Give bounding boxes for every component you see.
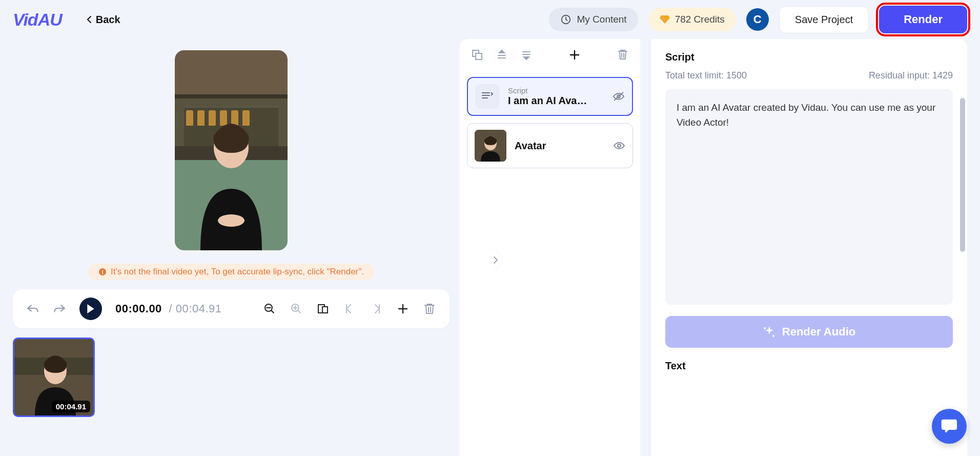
avatar-layer-card[interactable]: Avatar bbox=[467, 123, 633, 168]
back-label: Back bbox=[96, 14, 120, 26]
timeline-time: 00:00.00 / 00:04.91 bbox=[115, 302, 221, 315]
chevron-left-icon bbox=[87, 16, 92, 23]
app-header: VidAU Back My Content 782 Credits C Save… bbox=[0, 0, 980, 39]
scrollbar[interactable] bbox=[960, 98, 965, 252]
script-panel: Script Total text limit: 1500 Residual i… bbox=[650, 39, 967, 456]
residual-label: Residual input: 1429 bbox=[869, 70, 953, 81]
credits-button[interactable]: 782 Credits bbox=[648, 8, 736, 31]
svg-point-2 bbox=[218, 214, 244, 227]
play-button[interactable] bbox=[79, 298, 102, 320]
script-limits: Total text limit: 1500 Residual input: 1… bbox=[651, 70, 967, 89]
render-notice: i It's not the final video yet, To get a… bbox=[88, 264, 374, 280]
svg-point-17 bbox=[618, 144, 621, 147]
render-button[interactable]: Render bbox=[879, 6, 967, 33]
duplicate-layer-button[interactable] bbox=[471, 49, 483, 61]
chevron-right-icon bbox=[493, 256, 498, 264]
diamond-icon bbox=[660, 15, 670, 24]
script-heading: Script bbox=[651, 39, 967, 70]
script-layer-card[interactable]: Script I am an AI Ava… bbox=[467, 77, 633, 116]
clock-icon bbox=[560, 14, 571, 25]
show-layer-button[interactable] bbox=[613, 141, 625, 150]
zoom-out-button[interactable] bbox=[263, 302, 276, 315]
undo-button[interactable] bbox=[26, 302, 39, 315]
layers-panel: Script I am an AI Ava… Avatar bbox=[460, 39, 640, 456]
notice-text: It's not the final video yet, To get acc… bbox=[111, 267, 364, 277]
user-avatar[interactable]: C bbox=[746, 8, 769, 31]
render-audio-label: Render Audio bbox=[782, 325, 855, 339]
fit-button[interactable] bbox=[316, 302, 330, 315]
svg-rect-13 bbox=[476, 53, 482, 60]
zoom-in-button[interactable] bbox=[290, 302, 303, 315]
eye-icon bbox=[613, 141, 625, 150]
avatar-layer-label: Avatar bbox=[515, 140, 605, 152]
info-icon: i bbox=[98, 268, 107, 276]
text-limit-label: Total text limit: 1500 bbox=[665, 70, 747, 81]
trim-right-button[interactable] bbox=[370, 302, 383, 315]
timeline-clip[interactable]: 00:04.91 bbox=[13, 338, 95, 417]
timeline-toolbar: 00:00.00 / 00:04.91 bbox=[13, 289, 450, 328]
avatar-person-icon bbox=[185, 117, 277, 250]
clip-duration: 00:04.91 bbox=[52, 401, 90, 412]
credits-label: 782 Credits bbox=[675, 14, 725, 25]
avatar-thumb-icon bbox=[475, 130, 506, 162]
delete-button[interactable] bbox=[423, 302, 436, 315]
bring-forward-button[interactable] bbox=[496, 49, 508, 61]
hide-layer-button[interactable] bbox=[612, 91, 625, 102]
script-layer-icon bbox=[475, 84, 500, 109]
script-textarea[interactable]: I am an AI Avatar created by Vidau. You … bbox=[665, 89, 953, 305]
video-preview[interactable] bbox=[175, 50, 288, 250]
render-audio-button[interactable]: Render Audio bbox=[665, 316, 953, 348]
current-time: 00:00.00 bbox=[115, 302, 162, 315]
add-button[interactable] bbox=[396, 302, 410, 315]
svg-rect-8 bbox=[322, 307, 328, 313]
my-content-label: My Content bbox=[577, 14, 626, 25]
app-logo: VidAU bbox=[13, 10, 62, 30]
chat-icon bbox=[941, 419, 958, 434]
delete-layer-button[interactable] bbox=[617, 49, 629, 61]
text-section-heading: Text bbox=[651, 348, 967, 384]
redo-button[interactable] bbox=[53, 302, 66, 315]
play-icon bbox=[86, 304, 95, 314]
trim-left-button[interactable] bbox=[343, 302, 356, 315]
total-time: 00:04.91 bbox=[176, 302, 222, 315]
preview-column: i It's not the final video yet, To get a… bbox=[13, 39, 450, 456]
add-layer-button[interactable] bbox=[568, 49, 581, 61]
save-project-button[interactable]: Save Project bbox=[779, 6, 869, 33]
script-layer-value: I am an AI Ava… bbox=[508, 95, 604, 107]
chat-support-button[interactable] bbox=[932, 409, 967, 444]
svg-text:i: i bbox=[101, 269, 103, 275]
back-button[interactable]: Back bbox=[87, 14, 120, 26]
script-layer-label: Script bbox=[508, 86, 604, 95]
eye-off-icon bbox=[612, 91, 625, 102]
timeline-thumbnails: 00:04.91 bbox=[13, 338, 450, 417]
sparkle-icon bbox=[763, 325, 776, 339]
my-content-button[interactable]: My Content bbox=[549, 8, 638, 31]
send-backward-button[interactable] bbox=[520, 49, 533, 61]
layers-toolbar bbox=[460, 39, 640, 71]
